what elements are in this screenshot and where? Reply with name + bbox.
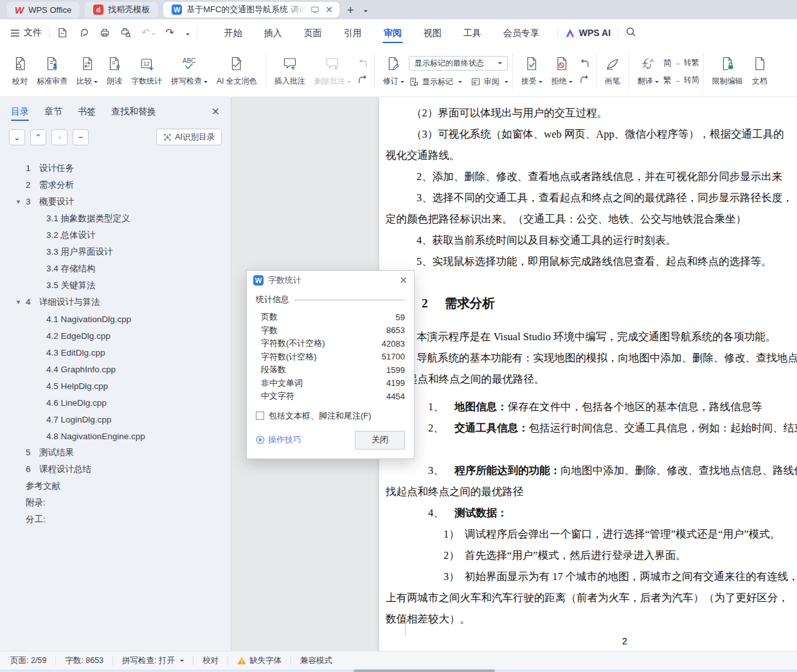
toc-item[interactable]: 3.4 存储结构 [0, 260, 231, 277]
chevron-down-icon [505, 81, 508, 85]
sidebar-tab-find-replace[interactable]: 查找和替换 [111, 97, 156, 125]
proofread-button[interactable]: 校对 [8, 56, 32, 87]
document-body: （2）界面可以体现出与用户的交互过程。 （3）可视化系统（如窗体、web 网页、… [379, 97, 797, 630]
word-count-indicator[interactable]: 字数: 8653 [65, 655, 103, 666]
toc-item[interactable]: 3.1 抽象数据类型定义 [0, 210, 231, 227]
spell-check-toggle[interactable]: 拼写检查: 打开 [122, 655, 184, 666]
tab-docer-templates[interactable]: d 找稻壳模板 [85, 2, 158, 17]
word-count-button[interactable]: 12 字数统计 [127, 56, 166, 87]
traditional-to-simplified-button[interactable]: 繁→ 转简 [663, 75, 699, 86]
toc-item[interactable]: 4.8 NagivationEngine.cpp [0, 428, 231, 444]
restrict-editing-button[interactable]: 限制编辑 [708, 56, 748, 87]
toc-item[interactable]: 分工: [0, 511, 231, 528]
horizontal-scrollbar [0, 669, 797, 672]
menu-tab[interactable]: 审阅 [373, 19, 413, 46]
toc-item[interactable]: 6 课程设计总结 [0, 461, 231, 478]
next-change-icon[interactable] [579, 75, 590, 84]
document-line: 2） 首先选择“用户”模式，然后进行登录进入界面。 [386, 545, 797, 566]
demote-button[interactable]: − [73, 129, 89, 145]
split-window-icon[interactable] [310, 5, 319, 14]
tab-document[interactable]: W 基于MFC的交通图导航系统 调试 ✕ [163, 2, 339, 17]
menu-tab[interactable]: 视图 [413, 19, 452, 46]
print-preview-icon[interactable] [120, 27, 132, 39]
toc-item[interactable]: 1 设计任务 [0, 160, 231, 177]
toc-item[interactable]: 4.3 EditDlg.cpp [0, 344, 231, 361]
toc-item[interactable]: 4.6 LineDlg.cpp [0, 394, 231, 411]
menu-tab[interactable]: 引用 [333, 19, 373, 46]
reject-changes-button[interactable]: 拒绝 [547, 56, 577, 87]
show-markup-button[interactable]: 显示标记 [409, 77, 462, 87]
sidebar-tab-bookmarks[interactable]: 书签 [78, 97, 96, 125]
new-tab-button[interactable]: + [345, 4, 357, 16]
menu-tab[interactable]: 插入 [253, 19, 293, 46]
previous-change-icon[interactable] [579, 59, 590, 68]
print-icon[interactable] [99, 27, 111, 39]
ink-pen-button[interactable]: 画笔 [600, 56, 625, 87]
toc-item[interactable]: 3.2 总体设计 [0, 227, 231, 244]
toc-item[interactable]: 4.1 NagivationDlg.cpp [0, 311, 231, 327]
toc-item[interactable]: 4.4 GraphInfo.cpp [0, 361, 231, 377]
stat-label: 段落数 [261, 364, 286, 376]
wps-ai-button[interactable]: WPS AI [565, 28, 611, 38]
review-pane-button[interactable]: 审阅 [470, 77, 508, 87]
search-button[interactable] [625, 26, 636, 39]
document-permission-button[interactable]: 文档 [748, 56, 772, 87]
close-dialog-icon[interactable]: ✕ [399, 275, 407, 286]
dialog-title-bar[interactable]: W 字数统计 ✕ [247, 271, 414, 290]
ai-recognize-toc-button[interactable]: AI识别目录 [156, 129, 222, 145]
close-tab-icon[interactable]: ✕ [324, 5, 334, 15]
menu-tab[interactable]: 开始 [213, 19, 253, 46]
toc-item[interactable]: 4.7 LoginDlg.cpp [0, 411, 231, 428]
read-aloud-button[interactable]: 朗读 [102, 56, 127, 87]
toc-item[interactable]: 2 需求分析 [0, 177, 231, 194]
undo-button[interactable]: ↶ [141, 28, 156, 38]
promote-button[interactable]: + [51, 129, 67, 145]
redo-button[interactable]: ↷ [165, 28, 174, 38]
accept-changes-button[interactable]: 接受 [517, 56, 547, 87]
toc-item[interactable]: 3.3 用户界面设计 [0, 244, 231, 260]
include-footnotes-option[interactable]: 包括文本框、脚注和尾注(F) [256, 410, 405, 422]
close-button[interactable]: 关闭 [355, 431, 405, 450]
expand-down-button[interactable]: ⌄ [9, 129, 25, 145]
sidebar-tab-toc[interactable]: 目录 [11, 97, 29, 125]
proofread-status-button[interactable]: 校对 [202, 655, 219, 666]
toc-item[interactable]: 3.5 关键算法 [0, 277, 231, 294]
quick-access-chevron-icon[interactable] [184, 28, 190, 38]
menu-tab[interactable]: 页面 [293, 19, 333, 46]
sidebar-tab-chapters[interactable]: 章节 [44, 97, 62, 125]
toc-item[interactable]: 4.2 EdgeDlg.cpp [0, 327, 231, 344]
close-sidebar-icon[interactable]: ✕ [211, 105, 220, 118]
translate-button[interactable]: 文A 翻译 [633, 56, 663, 87]
ai-polish-button[interactable]: AI 全文润色 [212, 56, 262, 87]
document-page[interactable]: （2）界面可以体现出与用户的交互过程。 （3）可视化系统（如窗体、web 网页、… [379, 97, 797, 651]
toc-item[interactable]: 5 测试结果 [0, 444, 231, 461]
tab-list-chevron-icon[interactable] [362, 4, 368, 15]
markup-state-dropdown[interactable]: 显示标记的最终状态 [409, 56, 508, 71]
export-icon[interactable] [78, 27, 89, 39]
spell-check-button[interactable]: ABC 拼写检查 [166, 56, 212, 87]
menu-tab[interactable]: 工具 [452, 19, 492, 46]
compare-button[interactable]: 比较 [72, 56, 102, 87]
previous-comment-icon[interactable] [357, 59, 368, 68]
save-icon[interactable] [57, 27, 68, 39]
word-count-icon: 12 [139, 56, 154, 71]
tab-wps-home[interactable]: W WPS Office [6, 2, 80, 17]
toc-item[interactable]: 附录: [0, 495, 231, 511]
menu-tab[interactable]: 会员专享 [492, 19, 550, 46]
file-menu-button[interactable]: 文件 [10, 27, 42, 39]
toc-item[interactable]: ▼ 3 概要设计 [0, 194, 231, 210]
missing-font-warning[interactable]: 缺失字体 [237, 655, 282, 666]
collapse-up-button[interactable]: ⌃ [30, 129, 46, 145]
tips-link[interactable]: 操作技巧 [256, 434, 301, 446]
simplified-to-traditional-button[interactable]: 简→ 转繁 [663, 57, 699, 69]
toc-item[interactable]: 4.5 HelpDlg.cpp [0, 377, 231, 394]
standard-review-button[interactable]: 标准审查 [32, 56, 72, 87]
insert-comment-button[interactable]: 插入批注 [270, 56, 310, 87]
next-comment-icon[interactable] [357, 75, 368, 84]
toc-item[interactable]: 参考文献 [0, 478, 231, 495]
track-changes-button[interactable]: 修订 [379, 56, 409, 87]
delete-comment-button[interactable]: 删除批注 [310, 56, 355, 87]
toc-item[interactable]: ▼ 4 详细设计与算法 [0, 294, 231, 311]
scrollbar-thumb[interactable] [354, 669, 495, 672]
document-line: 4、获取当前系统时间以及目标交通工具的运行时刻表。 [386, 230, 797, 251]
